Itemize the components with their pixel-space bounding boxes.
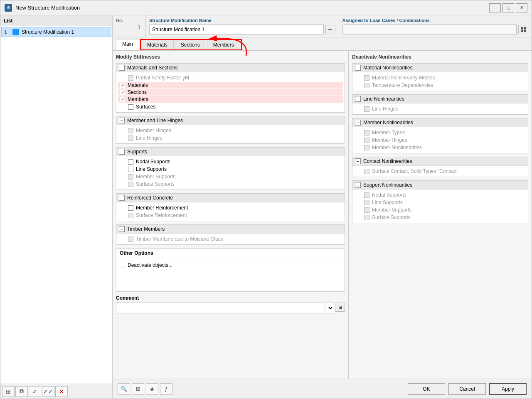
cb-sections[interactable]: [120, 90, 125, 95]
group-reinforced-concrete: − Reinforced Concrete Member Reinforceme…: [116, 193, 345, 221]
tool-view-button[interactable]: ◈: [146, 383, 158, 395]
toggle-materials-sections[interactable]: −: [119, 65, 125, 71]
label-materials: Materials: [128, 82, 148, 88]
row-surface-supports: Surface Supports: [120, 180, 341, 188]
cb-material-nl-models: [364, 75, 369, 81]
toggle-member-hinges[interactable]: −: [119, 118, 125, 123]
tool-search-button[interactable]: 🔍: [118, 383, 130, 395]
other-options-box: Other Options Deactivate objects...: [116, 248, 345, 292]
row-temperature-dependencies: Temperature Dependencies: [356, 81, 525, 89]
group-header-reinforced-concrete: − Reinforced Concrete: [116, 194, 345, 202]
check-button[interactable]: ✓: [29, 386, 41, 397]
cb-surface-supports: [128, 182, 133, 187]
group-material-nonlinearities: − Material Nonlinearities Material Nonli…: [352, 63, 528, 91]
ok-button[interactable]: OK: [408, 383, 445, 395]
cb-surface-reinforcement: [128, 213, 133, 218]
add-item-button[interactable]: ⊞: [2, 386, 15, 397]
cb-materials[interactable]: [120, 83, 125, 88]
group-title-contact-nl: Contact Nonlinearities: [363, 158, 412, 164]
group-header-materials-sections: − Materials and Sections: [116, 64, 345, 72]
toggle-material-nl[interactable]: −: [355, 65, 361, 71]
check2-button[interactable]: ✓✓: [42, 386, 54, 397]
other-options-header: Other Options: [116, 249, 345, 258]
bottom-toolbar: 🔍 ⊞ ◈ ƒ OK Cancel Apply: [113, 379, 532, 399]
tab-sections[interactable]: Sections: [175, 40, 206, 49]
delete-button[interactable]: ✕: [55, 386, 68, 397]
no-value: 1: [116, 25, 142, 30]
tab-members[interactable]: Members: [207, 40, 240, 49]
toggle-reinforced-concrete[interactable]: −: [119, 195, 125, 201]
toggle-contact-nl[interactable]: −: [355, 158, 361, 164]
group-title-materials-sections: Materials and Sections: [127, 65, 177, 71]
cb-member-hinges-nl: [364, 138, 369, 143]
cb-member-hinges: [128, 128, 133, 133]
row-member-nonlinearities-nl: Member Nonlinearities: [356, 144, 525, 151]
row-line-supports-nl: Line Supports: [356, 199, 525, 206]
row-deactivate-objects: Deactivate objects...: [120, 261, 341, 269]
tabs-highlight-box: Materials Sections Members: [140, 39, 242, 50]
label-line-supports-nl: Line Supports: [372, 200, 403, 205]
comment-label: Comment: [116, 295, 345, 301]
cb-member-reinforcement[interactable]: [128, 205, 133, 211]
comment-dropdown[interactable]: [326, 303, 334, 313]
toggle-support-nl[interactable]: −: [355, 182, 361, 188]
cb-partial-safety: [128, 75, 133, 81]
cb-member-supports: [128, 174, 133, 180]
group-content-support-nl: Nodal Supports Line Supports Member Supp…: [352, 190, 528, 223]
group-header-support-nl: − Support Nonlinearities: [352, 181, 528, 190]
label-surfaces: Surfaces: [136, 104, 155, 110]
tool-grid-button[interactable]: ⊞: [132, 383, 144, 395]
group-title-member-hinges: Member and Line Hinges: [127, 118, 183, 123]
group-header-contact-nl: − Contact Nonlinearities: [352, 157, 528, 166]
label-nodal-supports: Nodal Supports: [136, 159, 170, 165]
row-nodal-supports-nl: Nodal Supports: [356, 191, 525, 199]
label-member-hinges-nl: Member Hinges: [372, 137, 407, 143]
row-surface-supports-nl: Surface Supports: [356, 214, 525, 221]
assigned-grid-button[interactable]: [518, 25, 528, 34]
tabs-row: Main Materials Sections Members: [113, 37, 532, 51]
top-row: No. 1 Structure Modification Name ✏ Assi…: [113, 15, 532, 37]
group-title-supports: Supports: [127, 149, 147, 155]
cb-line-hinges: [128, 135, 133, 141]
group-content-member-nl: Member Types Member Hinges Member Nonlin…: [352, 127, 528, 153]
cb-deactivate-objects[interactable]: [120, 263, 125, 268]
label-member-nonlinearities-nl: Member Nonlinearities: [372, 145, 422, 150]
group-header-supports: − Supports: [116, 148, 345, 156]
edit-name-button[interactable]: ✏: [325, 25, 335, 34]
group-header-timber-members: − Timber Members: [116, 225, 345, 234]
label-members: Members: [128, 96, 148, 102]
arrow-area: [242, 39, 528, 50]
name-input[interactable]: [149, 25, 324, 34]
tool-function-button[interactable]: ƒ: [160, 383, 172, 395]
tab-materials[interactable]: Materials: [141, 40, 174, 49]
apply-button[interactable]: Apply: [489, 383, 527, 395]
label-temperature-dependencies: Temperature Dependencies: [372, 82, 433, 88]
maximize-button[interactable]: □: [502, 3, 514, 12]
list-item[interactable]: 1 Structure Modification 1: [1, 27, 111, 37]
comment-input[interactable]: [116, 303, 324, 313]
no-label: No.: [116, 18, 142, 23]
cb-nodal-supports[interactable]: [128, 159, 133, 165]
label-member-hinges: Member Hinges: [136, 128, 171, 133]
cb-line-hinges-nl: [364, 106, 369, 112]
toggle-line-nl[interactable]: −: [355, 96, 361, 102]
toggle-supports[interactable]: −: [119, 149, 125, 155]
title-bar: ⚙ New Structure Modification ─ □ ✕: [0, 0, 532, 15]
assigned-input[interactable]: [342, 25, 517, 34]
cb-line-supports[interactable]: [128, 167, 133, 172]
cb-surfaces[interactable]: [128, 104, 133, 110]
list-item-number: 1: [4, 29, 10, 35]
cb-members[interactable]: [120, 97, 125, 102]
cb-temperature-dependencies: [364, 83, 369, 88]
minimize-button[interactable]: ─: [489, 3, 501, 12]
comment-icon-button[interactable]: ⊞: [335, 303, 345, 312]
toggle-timber-members[interactable]: −: [119, 226, 125, 232]
tab-main[interactable]: Main: [116, 39, 139, 50]
copy-button[interactable]: ⧉: [15, 386, 28, 397]
toggle-member-nl[interactable]: −: [355, 120, 361, 126]
close-button[interactable]: ✕: [516, 3, 527, 12]
cancel-button[interactable]: Cancel: [448, 383, 486, 395]
row-nodal-supports: Nodal Supports: [120, 158, 341, 165]
label-surface-reinforcement: Surface Reinforcement: [136, 212, 187, 218]
group-content-material-nl: Material Nonlinearity Models Temperature…: [352, 72, 528, 91]
